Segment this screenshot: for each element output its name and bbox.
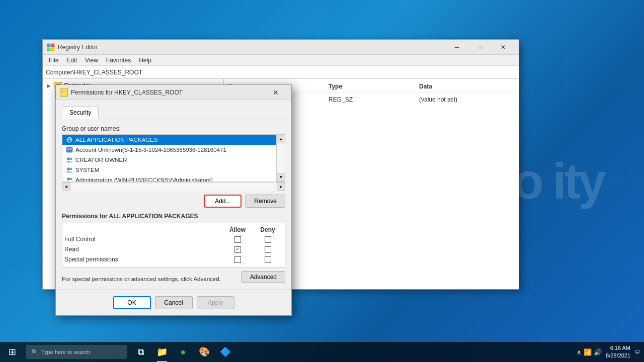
perm-allow-special[interactable] xyxy=(222,256,253,263)
dialog-footer: OK Cancel Apply xyxy=(56,290,291,315)
checkbox-allow-read[interactable] xyxy=(234,246,241,253)
scrollbar-down-btn[interactable]: ▼ xyxy=(277,173,285,182)
group-list[interactable]: ALL APPLICATION PACKAGES xyxy=(62,134,285,182)
dialog-body: Security Group or user names: xyxy=(56,100,291,290)
group-list-wrapper: ALL APPLICATION PACKAGES xyxy=(62,134,285,191)
perm-header: Allow Deny xyxy=(64,225,283,234)
svg-rect-10 xyxy=(70,149,71,150)
scrollbar-track xyxy=(277,143,285,173)
tab-security[interactable]: Security xyxy=(62,106,99,119)
dialog-titlebar: 📁 Permissions for HKEY_CLASSES_ROOT ✕ xyxy=(56,85,291,100)
list-item[interactable]: ALL APPLICATION PACKAGES xyxy=(62,135,285,145)
perm-allow-read[interactable] xyxy=(222,246,253,253)
group-icon-admins xyxy=(65,176,73,182)
perm-row-special: Special permissions xyxy=(64,254,283,264)
perm-deny-fullcontrol[interactable] xyxy=(253,236,283,243)
permissions-table: Allow Deny Full Control Read xyxy=(62,223,285,268)
group-actions: Add... Remove xyxy=(62,195,285,208)
svg-point-15 xyxy=(70,168,72,170)
perm-col-allow: Allow xyxy=(222,226,253,233)
svg-rect-9 xyxy=(70,148,72,149)
scrollbar-up-btn[interactable]: ▲ xyxy=(277,135,285,143)
list-item[interactable]: CREATOR OWNER xyxy=(62,155,285,165)
perm-row-fullcontrol: Full Control xyxy=(64,234,283,244)
list-item[interactable]: SYSTEM xyxy=(62,165,285,175)
group-name: Administrators (WIN-PUS3ECCKNSV\Administ… xyxy=(75,177,213,182)
perm-deny-read[interactable] xyxy=(253,246,283,253)
svg-point-16 xyxy=(67,178,70,180)
group-icon xyxy=(65,156,73,163)
perm-name-read: Read xyxy=(64,246,222,253)
svg-point-12 xyxy=(67,158,70,160)
svg-point-13 xyxy=(70,158,72,160)
perm-row-read: Read xyxy=(64,244,283,254)
svg-point-17 xyxy=(70,178,72,180)
checkbox-allow-fullcontrol[interactable] xyxy=(234,236,241,243)
dialog-close-button[interactable]: ✕ xyxy=(264,85,287,100)
perm-deny-special[interactable] xyxy=(253,256,283,263)
ok-button[interactable]: OK xyxy=(113,296,151,309)
add-button[interactable]: Add... xyxy=(204,195,242,208)
user-icon xyxy=(65,146,73,153)
hscroll-track xyxy=(70,183,277,191)
remove-button[interactable]: Remove xyxy=(246,195,285,208)
checkbox-deny-read[interactable] xyxy=(265,246,271,253)
advanced-note: For special permissions or advanced sett… xyxy=(62,275,242,284)
cancel-button[interactable]: Cancel xyxy=(155,296,193,309)
network-icon xyxy=(65,136,73,143)
hscroll-right-btn[interactable]: ► xyxy=(277,183,285,191)
tab-bar: Security xyxy=(62,106,285,119)
dialog-folder-icon: 📁 xyxy=(60,88,68,97)
svg-rect-8 xyxy=(67,148,69,150)
group-label: Group or user names: xyxy=(62,125,285,132)
perm-col-name xyxy=(64,226,222,233)
dialog-overlay: 📁 Permissions for HKEY_CLASSES_ROOT ✕ Se… xyxy=(0,0,644,362)
svg-point-14 xyxy=(67,168,70,170)
perm-allow-fullcontrol[interactable] xyxy=(222,236,253,243)
group-name: Account Unknown(S-1-15-3-1024-1065365936… xyxy=(75,147,226,153)
list-item[interactable]: Administrators (WIN-PUS3ECCKNSV\Administ… xyxy=(62,175,285,182)
advanced-section: For special permissions or advanced sett… xyxy=(62,270,285,284)
checkbox-deny-special[interactable] xyxy=(265,256,271,263)
advanced-button[interactable]: Advanced xyxy=(242,271,285,283)
list-scrollbar[interactable]: ▲ ▼ xyxy=(276,135,285,182)
perm-name-fullcontrol: Full Control xyxy=(64,236,222,243)
group-name: ALL APPLICATION PACKAGES xyxy=(75,137,157,143)
group-icon-system xyxy=(65,166,73,173)
hscroll-left-btn[interactable]: ◄ xyxy=(62,183,70,191)
group-name: SYSTEM xyxy=(75,167,99,173)
permissions-dialog: 📁 Permissions for HKEY_CLASSES_ROOT ✕ Se… xyxy=(55,84,292,316)
dialog-title: Permissions for HKEY_CLASSES_ROOT xyxy=(71,89,264,96)
list-item[interactable]: Account Unknown(S-1-15-3-1024-1065365936… xyxy=(62,145,285,155)
perm-col-deny: Deny xyxy=(253,226,283,233)
perm-name-special: Special permissions xyxy=(64,256,222,263)
svg-rect-11 xyxy=(67,151,72,151)
checkbox-allow-special[interactable] xyxy=(234,256,241,263)
apply-button[interactable]: Apply xyxy=(197,296,234,309)
group-name: CREATOR OWNER xyxy=(75,157,127,163)
list-hscrollbar[interactable]: ◄ ► xyxy=(62,182,285,191)
checkbox-deny-fullcontrol[interactable] xyxy=(265,236,271,243)
permissions-label: Permissions for ALL APPLICATION PACKAGES xyxy=(62,213,285,220)
